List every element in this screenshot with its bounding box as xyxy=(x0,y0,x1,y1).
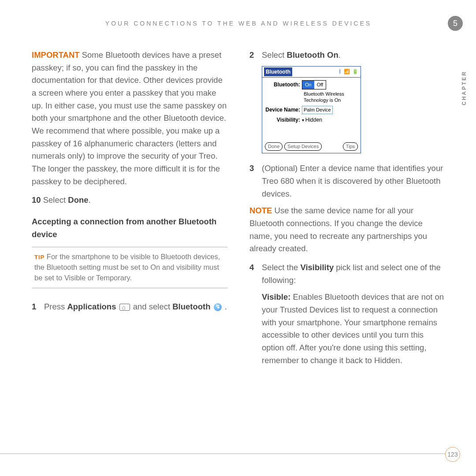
tip-box: TIP For the smartphone to be visible to … xyxy=(32,247,227,288)
bluetooth-icon xyxy=(214,303,222,311)
visibility-dropdown[interactable]: Hidden xyxy=(302,116,322,124)
step-body: (Optional) Enter a device name that iden… xyxy=(262,162,445,200)
bt-label: Bluetooth: xyxy=(265,81,302,89)
tip-label: TIP xyxy=(34,254,45,260)
page-number: 123 xyxy=(445,447,460,462)
note-text: Use the same device name for all your Bl… xyxy=(249,206,427,253)
left-column: IMPORTANT Some Bluetooth devices have a … xyxy=(32,49,227,373)
note-paragraph: NOTE Use the same device name for all yo… xyxy=(249,205,445,255)
device-name-input[interactable]: Palm Device xyxy=(302,106,333,114)
step-4: 4 Select the Visibility pick list and se… xyxy=(249,261,445,286)
visible-label: Visible: xyxy=(262,292,290,301)
step-number: 2 xyxy=(249,49,262,62)
setup-devices-button[interactable]: Setup Devices xyxy=(284,142,322,151)
step-10: 10 Select Done. xyxy=(32,194,227,207)
toggle-on[interactable]: On xyxy=(302,81,314,89)
done-button[interactable]: Done xyxy=(265,142,283,151)
important-paragraph: IMPORTANT Some Bluetooth devices have a … xyxy=(32,49,227,188)
step-number: 3 xyxy=(249,162,262,200)
signal-icons: ᛒ 📶 🔋 xyxy=(338,68,359,75)
important-label: IMPORTANT xyxy=(32,50,80,60)
note-label: NOTE xyxy=(249,206,272,215)
bt-toggle[interactable]: On Off xyxy=(302,80,326,89)
toggle-off[interactable]: Off xyxy=(314,81,326,89)
chapter-badge: 5 xyxy=(448,16,463,31)
tip-text: For the smartphone to be visible to Blue… xyxy=(34,253,220,282)
home-icon xyxy=(119,304,130,311)
step-body: Select the Visibility pick list and sele… xyxy=(262,261,445,286)
right-column: 2 Select Bluetooth On. Bluetooth ᛒ 📶 🔋 B… xyxy=(249,49,445,373)
step-number: 4 xyxy=(249,261,262,286)
chapter-label: CHAPTER xyxy=(461,71,467,105)
step-1: 1 Press Applications and select Bluetoot… xyxy=(32,301,227,313)
important-text: Some Bluetooth devices have a preset pas… xyxy=(32,50,227,186)
step-body: Press Applications and select Bluetooth … xyxy=(44,301,227,313)
step-3: 3 (Optional) Enter a device name that id… xyxy=(249,162,445,200)
visible-text: Enables Bluetooth devices that are not o… xyxy=(262,292,444,364)
bt-status: Bluetooth Wireless Technology is On xyxy=(304,91,358,103)
device-screenshot: Bluetooth ᛒ 📶 🔋 Bluetooth: On Off Blueto… xyxy=(262,66,361,154)
tips-button[interactable]: Tips xyxy=(343,142,358,151)
subheading: Accepting a connection from another Blue… xyxy=(32,216,227,241)
footer-rule xyxy=(0,454,445,454)
page-header: YOUR CONNECTIONS TO THE WEB AND WIRELESS… xyxy=(32,20,445,27)
screenshot-title: Bluetooth xyxy=(264,67,292,77)
step-body: Select Bluetooth On. xyxy=(262,49,445,62)
screenshot-titlebar: Bluetooth ᛒ 📶 🔋 xyxy=(262,67,361,78)
step-number: 1 xyxy=(32,301,44,313)
visibility-label: Visibility: xyxy=(265,116,302,124)
device-name-label: Device Name: xyxy=(265,106,302,114)
visible-option: Visible: Enables Bluetooth devices that … xyxy=(262,291,445,367)
step-number: 10 xyxy=(32,195,41,205)
step-2: 2 Select Bluetooth On. xyxy=(249,49,445,62)
